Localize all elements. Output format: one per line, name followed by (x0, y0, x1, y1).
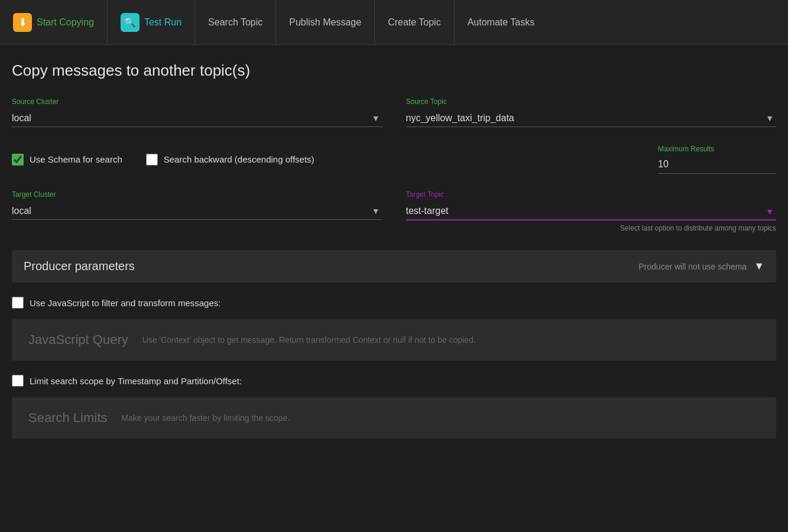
javascript-query-hint: Use 'Context' object to get message. Ret… (142, 335, 476, 345)
nav-test-run[interactable]: 🔍 Test Run (108, 0, 195, 44)
page-title: Copy messages to another topic(s) (12, 61, 776, 80)
nav-test-run-label: Test Run (144, 17, 181, 28)
nav-start-copying[interactable]: ⬇ Start Copying (7, 0, 108, 44)
timestamp-limit-row: Limit search scope by Timestamp and Part… (12, 375, 776, 387)
nav-publish-message[interactable]: Publish Message (276, 0, 375, 44)
target-cluster-select[interactable]: local remote (12, 202, 382, 220)
search-backward-checkbox-item[interactable]: Search backward (descending offsets) (146, 154, 314, 166)
max-results-group: Maximum Results (658, 145, 776, 174)
nav-publish-message-label: Publish Message (289, 17, 361, 28)
target-topic-group: Target Topic test-target ▼ Select last o… (406, 190, 777, 232)
source-topic-group: Source Topic nyc_yellow_taxi_trip_data ▼ (406, 98, 777, 127)
start-copying-icon: ⬇ (13, 13, 32, 32)
target-topic-select[interactable]: test-target (406, 202, 777, 220)
target-topic-label: Target Topic (406, 190, 777, 199)
timestamp-limit-label: Limit search scope by Timestamp and Part… (30, 376, 242, 386)
search-backward-label: Search backward (descending offsets) (164, 154, 314, 164)
producer-parameters-value: Producer will not use schema ▼ (135, 260, 764, 273)
use-schema-checkbox-item[interactable]: Use Schema for search (12, 154, 122, 166)
use-schema-checkbox[interactable] (12, 154, 24, 166)
main-content: Copy messages to another topic(s) Source… (0, 45, 788, 465)
javascript-query-section: JavaScript Query Use 'Context' object to… (12, 319, 776, 361)
source-cluster-select-wrapper[interactable]: local remote ▼ (12, 109, 382, 127)
search-limits-hint: Make your search faster by limiting the … (121, 413, 290, 423)
source-topic-label: Source Topic (406, 98, 777, 106)
nav-search-topic-label: Search Topic (208, 17, 262, 28)
checkbox-row: Use Schema for search Search backward (d… (12, 145, 776, 174)
target-cluster-label: Target Cluster (12, 190, 382, 199)
search-limits-section: Search Limits Make your search faster by… (12, 397, 776, 439)
producer-parameters-chevron-icon: ▼ (754, 260, 764, 273)
source-cluster-select[interactable]: local remote (12, 109, 382, 127)
nav-create-topic[interactable]: Create Topic (375, 0, 455, 44)
navbar: ⬇ Start Copying 🔍 Test Run Search Topic … (0, 0, 788, 45)
nav-automate-tasks[interactable]: Automate Tasks (455, 0, 548, 44)
target-row: Target Cluster local remote ▼ Target Top… (12, 190, 776, 232)
producer-parameters-schema-value: Producer will not use schema (638, 262, 747, 271)
source-row: Source Cluster local remote ▼ Source Top… (12, 98, 776, 127)
nav-create-topic-label: Create Topic (388, 17, 441, 28)
js-filter-checkbox[interactable] (12, 297, 24, 309)
nav-automate-tasks-label: Automate Tasks (468, 17, 535, 28)
search-limits-label: Search Limits (28, 410, 107, 426)
producer-parameters-section[interactable]: Producer parameters Producer will not us… (12, 250, 776, 283)
nav-search-topic[interactable]: Search Topic (195, 0, 276, 44)
target-topic-note: Select last option to distribute among m… (406, 224, 777, 232)
target-topic-select-wrapper[interactable]: test-target ▼ (406, 202, 777, 220)
js-filter-row: Use JavaScript to filter and transform m… (12, 297, 776, 309)
source-cluster-label: Source Cluster (12, 98, 382, 106)
source-topic-select[interactable]: nyc_yellow_taxi_trip_data (406, 109, 777, 127)
use-schema-label: Use Schema for search (30, 154, 122, 164)
target-cluster-group: Target Cluster local remote ▼ (12, 190, 382, 232)
max-results-input[interactable] (658, 155, 776, 174)
target-cluster-select-wrapper[interactable]: local remote ▼ (12, 202, 382, 220)
source-topic-select-wrapper[interactable]: nyc_yellow_taxi_trip_data ▼ (406, 109, 777, 127)
max-results-label: Maximum Results (658, 145, 776, 153)
javascript-query-label: JavaScript Query (28, 332, 128, 348)
test-run-icon: 🔍 (121, 13, 140, 32)
source-cluster-group: Source Cluster local remote ▼ (12, 98, 382, 127)
timestamp-limit-checkbox[interactable] (12, 375, 24, 387)
search-backward-checkbox[interactable] (146, 154, 158, 166)
nav-start-copying-label: Start Copying (37, 17, 94, 28)
producer-parameters-title: Producer parameters (24, 259, 135, 273)
js-filter-label: Use JavaScript to filter and transform m… (30, 298, 220, 308)
